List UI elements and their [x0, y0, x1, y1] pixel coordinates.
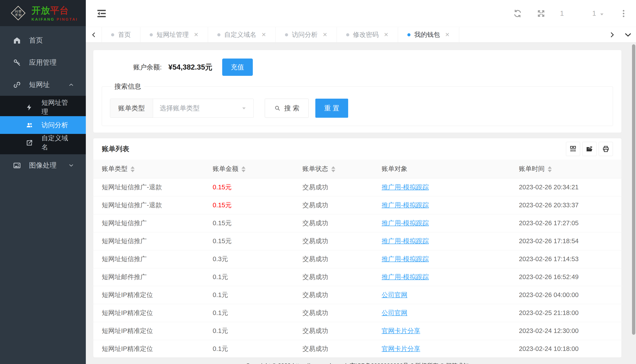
sidebar-item-visit-analysis[interactable]: 访问分析: [0, 116, 86, 134]
tab-close-icon[interactable]: ✕: [323, 32, 327, 38]
tab-custom-domain[interactable]: 自定义域名 ✕: [208, 27, 276, 42]
tabs-scroll-left-button[interactable]: [86, 27, 102, 42]
table-row: 短网址短信推广 0.3元 交易成功 推广用-模拟跟踪 2023-02-26 17…: [93, 250, 621, 268]
bill-type-label: 账单类型: [110, 99, 153, 118]
user-menu[interactable]: 1 1: [560, 10, 605, 18]
tab-short-url-management[interactable]: 短网址管理 ✕: [140, 27, 208, 42]
bill-target-link[interactable]: 推广用-模拟跟踪: [382, 238, 429, 244]
tab-my-wallet[interactable]: 我的钱包 ✕: [398, 27, 459, 42]
balance-row: 账户余额: ¥54,382.35元 充值: [102, 56, 613, 78]
logo-diamond-icon: 问答求知: [9, 4, 27, 22]
tab-close-icon[interactable]: ✕: [261, 32, 266, 38]
column-header-bill-amount[interactable]: 账单金额: [204, 160, 294, 178]
sidebar-item-label: 短网址管理: [42, 98, 74, 116]
search-panel-legend: 搜索信息: [111, 82, 144, 91]
sidebar-item-short-url-management[interactable]: 短网址管理: [0, 98, 86, 116]
bill-list-title: 账单列表: [102, 144, 129, 154]
table-header-row: 账单类型 账单金额 账单状态 账单对象 账单时间: [93, 160, 621, 178]
bill-list-header: 账单列表: [93, 138, 621, 160]
bill-target-link[interactable]: 推广用-模拟跟踪: [382, 256, 429, 262]
bill-target-link[interactable]: 官网卡片分享: [382, 345, 420, 352]
sort-icon[interactable]: [242, 166, 246, 172]
chevron-up-icon: [68, 82, 74, 88]
export-icon: [586, 145, 593, 153]
logo: 问答求知 开放平台 KAIFANG PINGTAI: [0, 0, 86, 26]
table-row: 短网址短信推广-退款 0.15元 交易成功 推广用-模拟跟踪 2023-02-2…: [93, 196, 621, 214]
columns-icon: [569, 145, 577, 153]
caret-down-icon: [599, 11, 604, 16]
table-row: 短网址IP精准定位 0.1元 交易成功 官网卡片分享 2023-02-24 12…: [93, 322, 621, 340]
recharge-button[interactable]: 充值: [222, 58, 253, 76]
tab-dot: [285, 33, 288, 36]
print-icon: [602, 145, 609, 153]
sidebar-fold-icon[interactable]: [96, 8, 107, 19]
tab-dot: [111, 33, 114, 36]
bill-target-link[interactable]: 推广用-模拟跟踪: [382, 202, 429, 208]
external-link-icon: [26, 139, 33, 146]
bill-target-link[interactable]: 公司官网: [382, 291, 407, 298]
app-root: 问答求知 开放平台 KAIFANG PINGTAI 首页 应用管理 短网址: [0, 0, 636, 364]
print-button[interactable]: [599, 142, 613, 156]
tab-change-password[interactable]: 修改密码 ✕: [337, 27, 398, 42]
search-icon: [274, 105, 281, 112]
search-panel: 搜索信息 账单类型 选择账单类型 搜 索: [102, 82, 613, 126]
sidebar-item-short-url[interactable]: 短网址: [0, 74, 86, 96]
search-button[interactable]: 搜 索: [265, 99, 309, 118]
bill-target-link[interactable]: 公司官网: [382, 309, 407, 316]
bill-type-select[interactable]: 选择账单类型: [153, 99, 253, 118]
tab-close-icon[interactable]: ✕: [384, 32, 388, 38]
fullscreen-icon[interactable]: [537, 9, 545, 18]
sidebar: 问答求知 开放平台 KAIFANG PINGTAI 首页 应用管理 短网址: [0, 0, 86, 364]
column-header-bill-time[interactable]: 账单时间: [510, 160, 621, 178]
sidebar-item-label: 访问分析: [42, 120, 68, 130]
sidebar-item-image-processing[interactable]: 图像处理: [0, 154, 86, 176]
tabs-dropdown-button[interactable]: [620, 27, 636, 42]
sidebar-item-home[interactable]: 首页: [0, 29, 86, 52]
refresh-icon[interactable]: [513, 9, 522, 18]
bill-target-link[interactable]: 推广用-模拟跟踪: [382, 220, 429, 226]
export-button[interactable]: [582, 142, 596, 156]
chevron-down-icon: [68, 162, 74, 168]
tab-bar-right-controls: [604, 27, 636, 42]
page-content: 账户余额: ¥54,382.35元 充值 搜索信息 账单类型 选择账单类型: [86, 42, 636, 364]
column-header-bill-type[interactable]: 账单类型: [93, 160, 204, 178]
logo-subtitle: KAIFANG PINGTAI: [32, 17, 78, 22]
sidebar-submenu-short-url: 短网址管理 访问分析 自定义域名: [0, 96, 86, 154]
tab-visit-analysis[interactable]: 访问分析 ✕: [276, 27, 337, 42]
bill-target-link[interactable]: 推广用-模拟跟踪: [382, 273, 429, 280]
table-row: 短网址短信推广 0.15元 交易成功 推广用-模拟跟踪 2023-02-26 1…: [93, 232, 621, 250]
header-actions: 1 1: [513, 9, 628, 18]
sort-icon[interactable]: [331, 166, 335, 172]
column-header-bill-target: 账单对象: [373, 160, 510, 178]
bill-target-link[interactable]: 推广用-模拟跟踪: [382, 184, 429, 191]
kebab-menu-icon[interactable]: [619, 9, 628, 18]
sort-icon[interactable]: [548, 166, 552, 172]
table-row: 短网址短信推广-退款 0.15元 交易成功 推广用-模拟跟踪 2023-02-2…: [93, 178, 621, 196]
table-row: 短网址IP精准定位 0.1元 交易成功 公司官网 2023-02-26 04:0…: [93, 286, 621, 304]
reset-button[interactable]: 重 置: [315, 99, 348, 118]
tabs-scroll-right-button[interactable]: [604, 27, 620, 42]
sidebar-item-label: 首页: [29, 36, 43, 45]
main-area: 1 1 首页 短: [86, 0, 636, 364]
link-icon: [13, 81, 21, 89]
table-row: 短网址邮件推广 0.1元 交易成功 推广用-模拟跟踪 2023-02-26 16…: [93, 268, 621, 286]
bill-type-select-placeholder: 选择账单类型: [160, 104, 200, 113]
tab-close-icon[interactable]: ✕: [194, 32, 199, 38]
sort-icon[interactable]: [131, 166, 135, 172]
vertical-scrollbar[interactable]: [632, 44, 635, 335]
tab-close-icon[interactable]: ✕: [445, 32, 450, 38]
bill-type-field: 账单类型 选择账单类型: [110, 99, 254, 118]
copyright-text: Copyright © 2023-https://www.wdqz.cc/- 京…: [246, 362, 469, 364]
top-header: 1 1: [86, 0, 636, 27]
table-toolbar: [566, 142, 613, 156]
sidebar-item-app-management[interactable]: 应用管理: [0, 52, 86, 74]
toggle-columns-button[interactable]: [566, 142, 580, 156]
tab-home[interactable]: 首页: [102, 27, 140, 42]
table-row: 短网址短信推广 0.15元 交易成功 推广用-模拟跟踪 2023-02-26 1…: [93, 214, 621, 232]
column-header-bill-status[interactable]: 账单状态: [294, 160, 373, 178]
home-icon: [13, 36, 21, 44]
tab-dot: [217, 33, 220, 36]
sidebar-item-label: 应用管理: [29, 58, 57, 67]
sidebar-item-custom-domain[interactable]: 自定义域名: [0, 134, 86, 152]
bill-target-link[interactable]: 官网卡片分享: [382, 327, 420, 334]
